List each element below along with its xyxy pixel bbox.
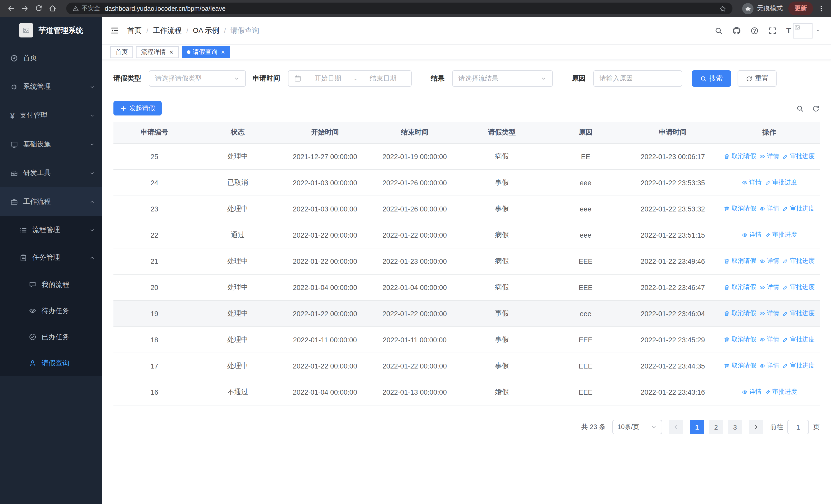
cell-actions: 取消请假详情审批进度: [719, 274, 820, 300]
goto-page-input[interactable]: [787, 420, 809, 434]
cancel-link[interactable]: 取消请假: [724, 152, 756, 161]
column-header-5: 原因: [544, 122, 627, 144]
prev-page-button[interactable]: [669, 420, 683, 434]
detail-link[interactable]: 详情: [759, 335, 779, 344]
app-logo[interactable]: 芋道管理系统: [0, 17, 102, 43]
create-leave-button[interactable]: 发起请假: [113, 101, 162, 116]
breadcrumb-item[interactable]: 工作流程: [153, 26, 182, 35]
cancel-link[interactable]: 取消请假: [724, 205, 756, 213]
detail-link[interactable]: 详情: [741, 388, 762, 396]
incognito-circle: [742, 3, 753, 14]
refresh-table-icon[interactable]: [812, 105, 820, 112]
leave-type-select[interactable]: 请选择请假类型: [149, 70, 246, 87]
sidebar-item-label: 任务管理: [32, 253, 60, 262]
cancel-link[interactable]: 取消请假: [724, 309, 756, 318]
sidebar-item-my-process[interactable]: 我的流程: [0, 271, 102, 298]
progress-link[interactable]: 审批进度: [765, 178, 797, 187]
reset-button[interactable]: 重置: [738, 70, 777, 87]
progress-link[interactable]: 审批进度: [765, 231, 797, 239]
progress-link[interactable]: 审批进度: [765, 388, 797, 396]
sidebar-item-task-mgmt[interactable]: 任务管理: [0, 244, 102, 271]
page-button-1[interactable]: 1: [690, 420, 704, 434]
apply-time-range-picker[interactable]: 开始日期 - 结束日期: [288, 70, 412, 87]
reason-input[interactable]: 请输入原因: [593, 70, 682, 87]
fontsize-icon[interactable]: T: [786, 27, 791, 34]
progress-link[interactable]: 审批进度: [782, 362, 814, 370]
address-bar[interactable]: 不安全 dashboard.yudao.iocoder.cn/bpm/oa/le…: [66, 3, 733, 14]
search-button[interactable]: 搜索: [692, 70, 731, 87]
page-button-2[interactable]: 2: [709, 420, 723, 434]
sidebar-item-todo-tasks[interactable]: 待办任务: [0, 298, 102, 324]
next-page-button[interactable]: [749, 420, 763, 434]
table-toolbar: 发起请假: [113, 101, 820, 116]
progress-link[interactable]: 审批进度: [782, 309, 814, 318]
breadcrumb-item[interactable]: OA 示例: [193, 26, 220, 35]
incognito-label: 无痕模式: [757, 4, 783, 13]
cancel-link[interactable]: 取消请假: [724, 362, 756, 370]
sidebar-collapse-icon[interactable]: [110, 26, 119, 35]
help-icon[interactable]: [750, 26, 758, 35]
progress-link[interactable]: 审批进度: [782, 152, 814, 161]
sidebar-item-payment-mgmt[interactable]: ¥支付管理: [0, 101, 102, 130]
cell-leave-type: 事假: [459, 196, 544, 222]
sidebar-item-dev-tools[interactable]: 研发工具: [0, 158, 102, 187]
detail-link[interactable]: 详情: [759, 362, 779, 370]
page-button-3[interactable]: 3: [728, 420, 742, 434]
home-icon[interactable]: [49, 5, 56, 12]
cell-end-time: 2022-01-26 00:00:00: [370, 170, 460, 196]
sidebar-item-leave-query[interactable]: 请假查询: [0, 350, 102, 376]
search-icon[interactable]: [715, 26, 723, 35]
detail-link[interactable]: 详情: [741, 178, 762, 187]
detail-link[interactable]: 详情: [759, 309, 779, 318]
page-size-select[interactable]: 10条/页: [612, 420, 662, 434]
sidebar-item-home[interactable]: 首页: [0, 43, 102, 72]
cancel-link[interactable]: 取消请假: [724, 257, 756, 266]
sidebar-item-process-mgmt[interactable]: 流程管理: [0, 216, 102, 244]
forward-icon[interactable]: [21, 5, 29, 12]
sidebar-item-done-tasks[interactable]: 已办任务: [0, 324, 102, 350]
detail-link[interactable]: 详情: [759, 257, 779, 266]
progress-link[interactable]: 审批进度: [782, 283, 814, 292]
leave-type-placeholder: 请选择请假类型: [155, 74, 202, 83]
result-select[interactable]: 请选择流结果: [452, 70, 553, 87]
security-chip[interactable]: 不安全: [73, 4, 100, 13]
goto-label: 前往: [770, 422, 783, 432]
user-avatar[interactable]: [793, 23, 821, 38]
detail-link[interactable]: 详情: [759, 283, 779, 292]
tab-home[interactable]: 首页: [110, 46, 133, 58]
breadcrumb-item[interactable]: 首页: [127, 26, 142, 35]
apply-time-label: 申请时间: [253, 74, 280, 83]
tab-process-detail[interactable]: 流程详情×: [136, 46, 178, 58]
close-icon[interactable]: ×: [169, 48, 173, 56]
eye-icon: [759, 258, 765, 264]
progress-link-label: 审批进度: [790, 257, 814, 266]
cancel-link[interactable]: 取消请假: [724, 335, 756, 344]
browser-menu-icon[interactable]: [816, 5, 826, 12]
detail-link[interactable]: 详情: [759, 152, 779, 161]
progress-link[interactable]: 审批进度: [782, 335, 814, 344]
reload-icon[interactable]: [35, 5, 42, 12]
monitor-icon: [10, 140, 18, 148]
browser-update-button[interactable]: 更新: [789, 2, 813, 16]
cell-apply-id: 25: [113, 144, 195, 170]
sidebar-item-infrastructure[interactable]: 基础设施: [0, 130, 102, 158]
progress-link[interactable]: 审批进度: [782, 205, 814, 213]
detail-link[interactable]: 详情: [741, 231, 762, 239]
toggle-search-icon[interactable]: [796, 105, 804, 112]
app-title: 芋道管理系统: [38, 25, 83, 35]
table-tools: [796, 105, 820, 112]
sidebar-item-label: 我的流程: [41, 280, 69, 289]
sidebar: 芋道管理系统 首页系统管理¥支付管理基础设施研发工具工作流程流程管理任务管理我的…: [0, 17, 102, 504]
breadcrumb-separator: /: [186, 26, 189, 35]
fullscreen-icon[interactable]: [768, 26, 777, 35]
back-icon[interactable]: [7, 5, 15, 12]
close-icon[interactable]: ×: [221, 48, 225, 56]
github-icon[interactable]: [733, 26, 741, 35]
sidebar-item-system-mgmt[interactable]: 系统管理: [0, 72, 102, 101]
cancel-link[interactable]: 取消请假: [724, 283, 756, 292]
sidebar-item-workflow[interactable]: 工作流程: [0, 187, 102, 216]
detail-link[interactable]: 详情: [759, 205, 779, 213]
progress-link[interactable]: 审批进度: [782, 257, 814, 266]
tab-leave-query[interactable]: 请假查询×: [181, 46, 230, 58]
bookmark-star-icon[interactable]: [719, 5, 726, 12]
